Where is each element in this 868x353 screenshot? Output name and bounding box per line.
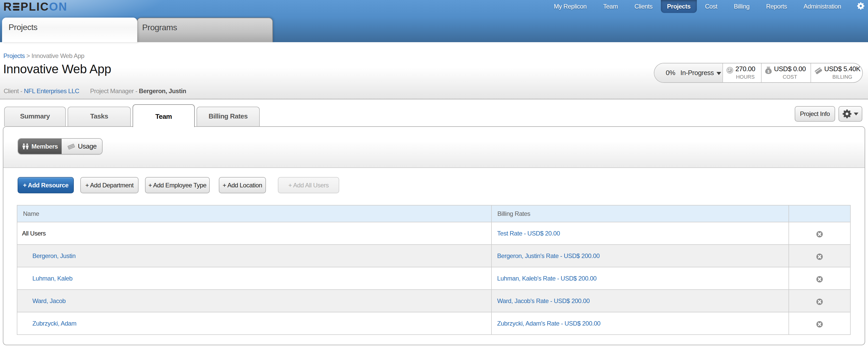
svg-text:$: $ (768, 69, 770, 73)
